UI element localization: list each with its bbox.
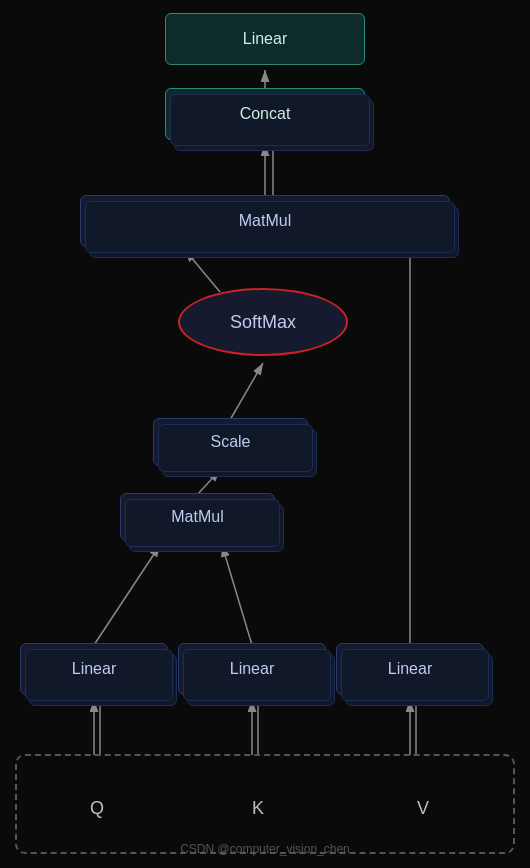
concat-node: Concat bbox=[165, 88, 365, 140]
q-label: Q bbox=[72, 798, 122, 819]
linear-mid-node: Linear bbox=[178, 643, 326, 695]
v-label: V bbox=[398, 798, 448, 819]
watermark: CSDN @computer_vision_chen bbox=[180, 842, 350, 856]
svg-line-10 bbox=[94, 545, 160, 645]
linear-top-node: Linear bbox=[165, 13, 365, 65]
linear-left-node: Linear bbox=[20, 643, 168, 695]
linear-right-node: Linear bbox=[336, 643, 484, 695]
matmul-mid-node: MatMul bbox=[120, 493, 275, 541]
svg-line-11 bbox=[222, 545, 252, 645]
softmax-node: SoftMax bbox=[178, 288, 348, 356]
matmul-top-node: MatMul bbox=[80, 195, 450, 247]
svg-line-8 bbox=[230, 363, 263, 420]
k-label: K bbox=[233, 798, 283, 819]
scale-node: Scale bbox=[153, 418, 308, 466]
diagram-container: Linear Concat MatMul SoftMax Scale MatMu… bbox=[0, 0, 530, 868]
